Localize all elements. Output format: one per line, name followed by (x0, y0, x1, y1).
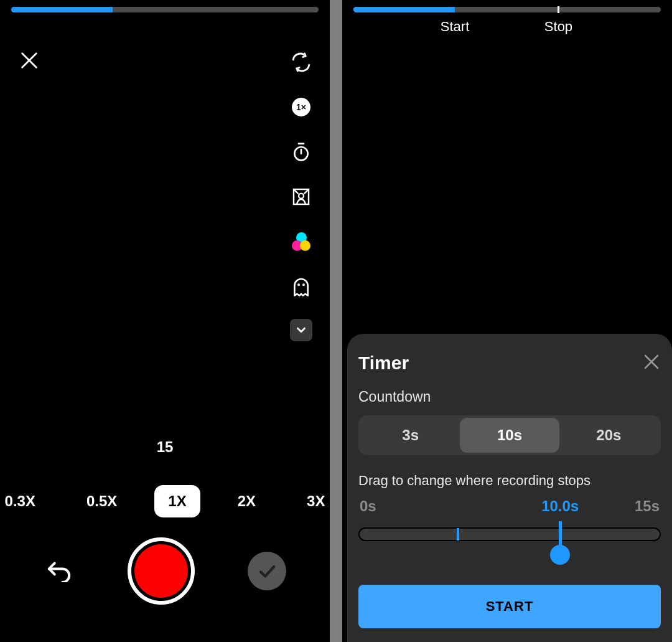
speed-option[interactable]: 2X (224, 485, 269, 517)
svg-point-10 (303, 285, 304, 285)
more-tools-button[interactable] (290, 319, 312, 341)
timer-button[interactable] (289, 139, 314, 164)
camera-tools: 1× (289, 50, 314, 341)
record-progress (11, 7, 319, 12)
countdown-option[interactable]: 20s (559, 418, 658, 453)
speed-button[interactable]: 1× (289, 95, 314, 120)
progress-fill (353, 7, 455, 12)
filters-button[interactable] (289, 229, 314, 254)
slider-start-tick (457, 528, 459, 541)
countdown-selector[interactable]: 3s10s20s (358, 415, 661, 455)
filters-icon (292, 232, 310, 251)
ghost-icon (291, 275, 311, 298)
time-remaining-label: 15 (0, 438, 330, 456)
speed-option[interactable]: 1X (154, 485, 200, 517)
progress-marker-labels: Start Stop (342, 19, 672, 37)
countdown-option[interactable]: 3s (361, 418, 460, 453)
close-button[interactable] (19, 50, 40, 73)
slider-knob[interactable] (550, 545, 570, 565)
range-current: 10.0s (541, 498, 579, 515)
range-min: 0s (360, 498, 376, 515)
effects-button[interactable] (289, 274, 314, 299)
svg-point-9 (298, 285, 299, 285)
flip-icon (291, 52, 312, 73)
record-controls (0, 537, 330, 605)
stop-slider[interactable] (358, 522, 661, 566)
range-labels: 0s 10.0s 15s (358, 498, 661, 516)
start-button[interactable]: START (358, 585, 661, 628)
close-icon (642, 352, 661, 371)
flip-camera-button[interactable] (289, 50, 314, 75)
countdown-option[interactable]: 10s (460, 418, 559, 453)
start-marker-label: Start (441, 19, 469, 35)
timer-icon (291, 142, 311, 162)
slider-handle[interactable] (559, 521, 562, 547)
undo-icon (45, 560, 73, 582)
svg-point-8 (299, 194, 304, 199)
close-icon (19, 50, 40, 71)
confirm-button[interactable] (248, 552, 286, 590)
sheet-title: Timer (358, 352, 409, 374)
record-progress (353, 7, 661, 12)
speed-badge: 1× (292, 98, 310, 116)
progress-track (353, 7, 661, 12)
stop-marker (558, 6, 559, 13)
speed-option[interactable]: 0.3X (0, 485, 49, 517)
camera-screen: 1× 15 0.3X0.5X1X2X3X (0, 0, 330, 642)
progress-track (11, 7, 319, 12)
undo-button[interactable] (44, 555, 75, 587)
speed-option[interactable]: 3X (293, 485, 330, 517)
speed-option[interactable]: 0.5X (73, 485, 131, 517)
chevron-down-icon (294, 323, 308, 337)
sheet-close-button[interactable] (642, 352, 661, 374)
speed-selector[interactable]: 0.3X0.5X1X2X3X (0, 483, 330, 520)
countdown-label: Countdown (358, 389, 661, 405)
drag-instruction: Drag to change where recording stops (358, 473, 661, 489)
record-button[interactable] (128, 537, 195, 605)
beauty-icon (291, 187, 311, 207)
timer-sheet: Timer Countdown 3s10s20s Drag to change … (347, 334, 672, 642)
stop-marker-label: Stop (544, 19, 572, 35)
check-icon (256, 560, 278, 582)
progress-fill (11, 7, 113, 12)
slider-track (358, 527, 661, 541)
record-indicator (134, 544, 188, 598)
timer-screen: Start Stop Timer Countdown 3s10s20s Drag… (342, 0, 672, 642)
range-max: 15s (635, 498, 660, 515)
beauty-button[interactable] (289, 184, 314, 209)
